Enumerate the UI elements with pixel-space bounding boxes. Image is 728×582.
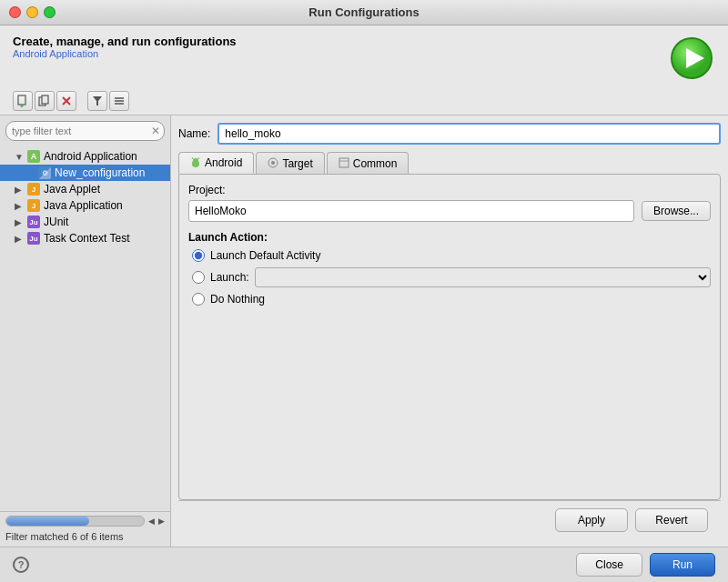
svg-line-15 — [192, 157, 193, 159]
revert-button[interactable]: Revert — [635, 508, 708, 532]
expand-arrow: ▶ — [15, 217, 24, 227]
right-panel: Name: Android Target — [171, 115, 728, 547]
name-row: Name: — [178, 123, 721, 145]
left-panel-bottom: ◀ ▶ Filter matched 6 of 6 items — [0, 511, 170, 547]
filter-status: Filter matched 6 of 6 items — [5, 531, 124, 542]
header-text: Create, manage, and run configurations A… — [13, 35, 237, 59]
svg-rect-14 — [193, 158, 198, 162]
run-button-container — [668, 35, 715, 82]
header-title: Create, manage, and run configurations — [13, 35, 237, 48]
scrollbar-track[interactable] — [5, 516, 145, 527]
android-icon: A — [27, 150, 40, 163]
filter-input[interactable] — [5, 121, 165, 141]
scroll-right-button[interactable]: ▶ — [158, 517, 165, 526]
close-button[interactable]: Close — [576, 553, 642, 577]
tab-content-android: Project: Browse... Launch Action: Launch… — [178, 174, 721, 500]
right-panel-buttons: Apply Revert — [178, 500, 721, 539]
filter-box: ✕ — [5, 121, 165, 141]
radio-launch-default-label: Launch Default Activity — [210, 249, 320, 262]
collapse-all-button[interactable] — [109, 91, 129, 111]
launch-action-group: Launch Action: Launch Default Activity L… — [188, 231, 711, 306]
tree-item-junit[interactable]: ▶ Ju JUnit — [0, 214, 170, 230]
tree-label: JUnit — [44, 216, 68, 228]
browse-button[interactable]: Browse... — [642, 201, 711, 221]
java-applet-icon: J — [27, 183, 40, 196]
svg-rect-2 — [18, 95, 25, 105]
filter-clear-button[interactable]: ✕ — [151, 125, 160, 137]
svg-line-16 — [198, 157, 199, 159]
java-app-icon: J — [27, 199, 40, 212]
radio-do-nothing-label: Do Nothing — [210, 293, 265, 306]
maximize-window-button[interactable] — [44, 6, 56, 18]
window-title: Run Configurations — [308, 5, 419, 19]
tab-common-label: Common — [353, 157, 398, 170]
android-tab-icon — [190, 156, 201, 169]
project-label: Project: — [188, 184, 711, 196]
radio-do-nothing-input[interactable] — [192, 293, 205, 306]
radio-launch-default: Launch Default Activity — [192, 249, 711, 262]
tree-label: New_configuration — [55, 166, 145, 179]
junit-icon: Ju — [27, 216, 40, 228]
tab-target-label: Target — [282, 157, 312, 170]
launch-action-label: Launch Action: — [188, 231, 711, 244]
expand-arrow: ▶ — [15, 201, 24, 211]
name-label: Name: — [178, 127, 210, 140]
tree-item-java-applet[interactable]: ▶ J Java Applet — [0, 181, 170, 197]
target-tab-icon — [268, 157, 278, 170]
footer-buttons: Close Run — [576, 553, 715, 577]
tab-bar: Android Target Common — [178, 152, 721, 174]
left-panel: ✕ ▼ A Android Application ⚙ New_configur… — [0, 115, 171, 547]
svg-rect-6 — [42, 95, 48, 104]
filter-button[interactable] — [87, 91, 107, 111]
config-icon: ⚙ — [38, 166, 51, 179]
tree-label: Java Application — [44, 199, 123, 212]
radio-launch-input[interactable] — [192, 271, 205, 284]
expand-arrow: ▶ — [15, 185, 24, 195]
window-controls[interactable] — [9, 6, 56, 18]
title-bar: Run Configurations — [0, 0, 728, 25]
svg-point-18 — [271, 161, 275, 165]
header-subtitle: Android Application — [13, 48, 237, 59]
tab-android[interactable]: Android — [178, 152, 254, 174]
launch-select[interactable] — [255, 267, 711, 287]
scroll-left-button[interactable]: ◀ — [148, 517, 155, 526]
run-icon[interactable] — [670, 36, 713, 80]
duplicate-config-button[interactable] — [35, 91, 55, 111]
tree-label: Java Applet — [44, 183, 100, 196]
toolbar — [0, 87, 728, 115]
new-config-button[interactable] — [13, 91, 33, 111]
scrollbar-area: ◀ ▶ — [5, 516, 165, 527]
close-window-button[interactable] — [9, 6, 21, 18]
name-input[interactable] — [217, 123, 721, 145]
expand-arrow: ▶ — [15, 234, 24, 244]
tree-label: Task Context Test — [44, 232, 130, 245]
tab-common[interactable]: Common — [327, 152, 410, 174]
tree-area: ▼ A Android Application ⚙ New_configurat… — [0, 146, 170, 511]
radio-launch: Launch: — [192, 267, 711, 287]
project-row: Browse... — [188, 200, 711, 222]
radio-launch-default-input[interactable] — [192, 249, 205, 262]
tree-label: Android Application — [44, 150, 137, 163]
task-icon: Ju — [27, 232, 40, 245]
tree-item-task-context-test[interactable]: ▶ Ju Task Context Test — [0, 230, 170, 246]
tab-target[interactable]: Target — [256, 152, 324, 174]
delete-config-button[interactable] — [56, 91, 76, 111]
tab-android-label: Android — [205, 156, 242, 169]
tree-item-java-application[interactable]: ▶ J Java Application — [0, 197, 170, 214]
tree-item-new-configuration[interactable]: ⚙ New_configuration — [0, 165, 170, 181]
help-button[interactable]: ? — [13, 557, 29, 573]
run-button[interactable]: Run — [650, 553, 715, 577]
minimize-window-button[interactable] — [26, 6, 38, 18]
project-input[interactable] — [188, 200, 634, 222]
tree-item-android-application[interactable]: ▼ A Android Application — [0, 148, 170, 165]
footer: ? Close Run — [0, 547, 728, 582]
main-content: Create, manage, and run configurations A… — [0, 25, 728, 582]
radio-group: Launch Default Activity Launch: — [188, 249, 711, 306]
svg-marker-9 — [93, 96, 102, 105]
svg-rect-19 — [339, 158, 349, 167]
project-group: Project: Browse... — [188, 184, 711, 222]
expand-arrow: ▼ — [15, 152, 24, 162]
apply-button[interactable]: Apply — [555, 508, 628, 532]
header: Create, manage, and run configurations A… — [0, 25, 728, 87]
common-tab-icon — [339, 157, 349, 170]
